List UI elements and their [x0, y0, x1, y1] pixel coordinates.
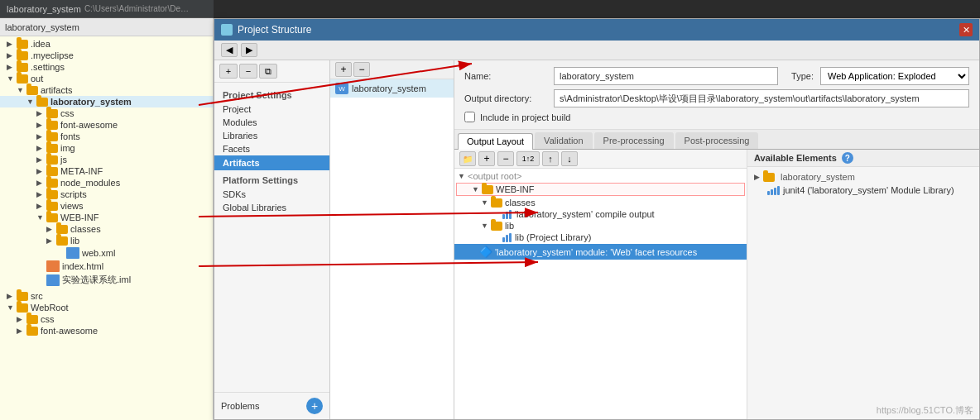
- artifact-remove-button[interactable]: −: [353, 62, 370, 77]
- layout-compile-output-label: 'laboratory_system' compile output: [515, 209, 655, 219]
- compile-output-icon: [502, 210, 512, 219]
- nav-item-global-libraries[interactable]: Global Libraries: [214, 201, 329, 214]
- tree-item-webroot-css[interactable]: ▶ css: [0, 313, 213, 325]
- folder-icon-webroot-css: [26, 315, 38, 324]
- tree-item-js[interactable]: ▶ js: [0, 154, 213, 165]
- tree-item-metainf[interactable]: ▶ META-INF: [0, 165, 213, 177]
- tree-item-laboratory-system[interactable]: ▼ laboratory_system: [0, 96, 213, 107]
- tree-item-idea[interactable]: ▶ .idea: [0, 38, 213, 50]
- artifact-add-button[interactable]: +: [335, 62, 352, 77]
- dialog-title-content: Project Structure: [221, 24, 311, 36]
- tree-label-src: src: [31, 291, 43, 301]
- tab-output-layout[interactable]: Output Layout: [458, 133, 533, 150]
- tree-item-classes[interactable]: ▶ classes: [0, 223, 213, 235]
- layout-add-button[interactable]: +: [478, 151, 495, 166]
- back-button[interactable]: ◀: [221, 43, 238, 57]
- watermark: https://blog.51CTO.博客: [877, 404, 973, 417]
- available-elements-help[interactable]: ?: [842, 152, 853, 164]
- name-input[interactable]: [554, 67, 778, 85]
- folder-icon-webroot: [17, 303, 28, 313]
- layout-webinf[interactable]: ▼ WEB-INF: [456, 183, 745, 196]
- output-dir-input[interactable]: [554, 89, 969, 107]
- layout-sort-button[interactable]: 1↑2: [516, 151, 540, 166]
- tree-item-out[interactable]: ▼ out: [0, 73, 213, 84]
- tree-item-settings[interactable]: ▶ .settings: [0, 61, 213, 73]
- tree-header-label: laboratory_system: [5, 22, 79, 32]
- tree-item-webroot-fontawesome[interactable]: ▶ font-awesome: [0, 325, 213, 336]
- tree-item-img[interactable]: ▶ img: [0, 142, 213, 154]
- problems-button[interactable]: Problems: [221, 401, 259, 411]
- tab-postprocessing[interactable]: Post-processing: [675, 132, 759, 149]
- layout-lib-label: lib: [505, 221, 514, 231]
- tree-item-scripts[interactable]: ▶ scripts: [0, 189, 213, 200]
- layout-compile-output[interactable]: 'laboratory_system' compile output: [454, 208, 747, 220]
- dialog-title-text: Project Structure: [238, 24, 311, 36]
- tree-item-webinf[interactable]: ▼ WEB-INF: [0, 212, 213, 223]
- layout-output-root[interactable]: ▼ <output root>: [454, 170, 747, 182]
- layout-folder-button[interactable]: 📁: [459, 151, 476, 166]
- nav-item-sdks[interactable]: SDKs: [214, 188, 329, 201]
- layout-up-button[interactable]: ↑: [542, 151, 559, 166]
- layout-module-facet[interactable]: 🔷 'laboratory_system' module: 'Web' face…: [454, 244, 747, 260]
- nav-item-facets[interactable]: Facets: [214, 142, 329, 155]
- tree-item-myeclipse[interactable]: ▶ .myeclipse: [0, 50, 213, 61]
- tree-item-css[interactable]: ▶ css: [0, 107, 213, 119]
- tab-validation[interactable]: Validation: [535, 132, 593, 149]
- layout-lib-project-label: lib (Project Library): [515, 232, 591, 242]
- tree-item-nodemodules[interactable]: ▶ node_modules: [0, 177, 213, 189]
- tree-item-iml[interactable]: 实验选课系统.iml: [0, 273, 213, 287]
- nav-copy-button[interactable]: ⧉: [259, 64, 277, 79]
- nav-item-project[interactable]: Project: [214, 103, 329, 116]
- project-structure-dialog: Project Structure ✕ ◀ ▶ + − ⧉ Proj: [214, 18, 980, 420]
- tree-label-webroot: WebRoot: [31, 303, 69, 313]
- tree-item-artifacts[interactable]: ▼ artifacts: [0, 84, 213, 96]
- tree-item-src[interactable]: ▶ src: [0, 290, 213, 302]
- nav-item-modules[interactable]: Modules: [214, 116, 329, 129]
- layout-classes[interactable]: ▼ classes: [454, 197, 747, 208]
- available-section-header[interactable]: ▶ laboratory_system: [747, 170, 979, 184]
- name-label: Name:: [464, 71, 547, 81]
- nav-item-artifacts[interactable]: Artifacts: [214, 155, 329, 170]
- folder-icon-artifacts: [26, 86, 38, 95]
- dialog-close-button[interactable]: ✕: [959, 23, 973, 36]
- type-select[interactable]: Web Application: Exploded: [820, 67, 969, 85]
- folder-icon-img: [46, 144, 58, 153]
- add-round-button[interactable]: +: [306, 398, 323, 414]
- layout-lib[interactable]: ▼ lib: [454, 220, 747, 231]
- tab-preprocessing[interactable]: Pre-processing: [594, 132, 674, 149]
- tree-item-indexhtml[interactable]: index.html: [0, 260, 213, 273]
- tree-item-fonts[interactable]: ▶ fonts: [0, 131, 213, 142]
- tree-label-nodemodules: node_modules: [60, 178, 120, 188]
- folder-icon-lab-sys: [36, 98, 48, 107]
- output-dir-row: Output directory:: [464, 89, 969, 107]
- nav-remove-button[interactable]: −: [239, 64, 257, 79]
- tree-header: laboratory_system: [0, 18, 213, 36]
- nav-section-platform-settings: Platform Settings: [214, 170, 329, 188]
- dialog-title-icon: [221, 24, 233, 36]
- available-elements-content: ▶ laboratory_system: [747, 167, 979, 419]
- forward-button[interactable]: ▶: [241, 43, 257, 57]
- folder-icon-scripts: [46, 190, 58, 199]
- junit4-icon: [767, 186, 780, 195]
- nav-add-button[interactable]: +: [219, 64, 238, 79]
- layout-module-facet-label: 'laboratory_system' module: 'Web' facet …: [495, 247, 697, 257]
- available-section-label: laboratory_system: [781, 172, 855, 182]
- tree-item-webxml[interactable]: web.xml: [0, 246, 213, 260]
- layout-lib-project[interactable]: lib (Project Library): [454, 231, 747, 243]
- output-root-label: <output root>: [468, 171, 521, 181]
- nav-item-libraries[interactable]: Libraries: [214, 129, 329, 142]
- available-junit4[interactable]: junit4 ('laboratory_system' Module Libra…: [747, 184, 979, 197]
- include-build-checkbox[interactable]: [464, 112, 475, 122]
- tree-item-lib[interactable]: ▶ lib: [0, 235, 213, 246]
- layout-remove-button[interactable]: −: [497, 151, 514, 166]
- tree-item-views[interactable]: ▶ views: [0, 200, 213, 212]
- artifact-list-item-lab[interactable]: W laboratory_system: [330, 79, 454, 98]
- layout-down-button[interactable]: ↓: [561, 151, 578, 166]
- available-elements-title: Available Elements: [754, 153, 837, 163]
- tree-label-out: out: [31, 74, 43, 84]
- ide-title: laboratory_system: [7, 4, 81, 14]
- tree-content: ▶ .idea ▶ .myeclipse ▶: [0, 36, 213, 420]
- name-row: Name: Type: Web Application: Exploded: [464, 67, 969, 85]
- tree-item-fontawesome[interactable]: ▶ font-awesome: [0, 119, 213, 131]
- tree-item-webroot[interactable]: ▼ WebRoot: [0, 302, 213, 313]
